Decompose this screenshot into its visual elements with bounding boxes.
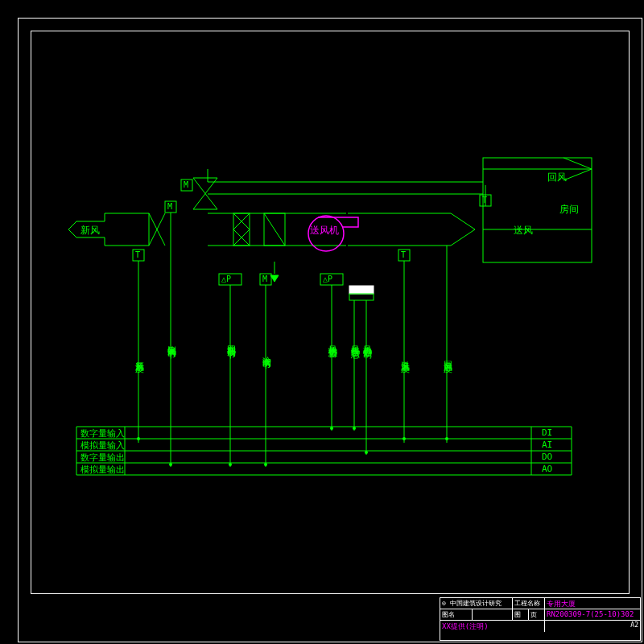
tb-docno: RN200309-7(25-10)302 <box>545 609 640 620</box>
io-r4-left: 模拟量输出 <box>80 464 125 476</box>
tb-r3l: XX提供(注明) <box>440 621 545 632</box>
supply-air-label: 送风 <box>514 224 533 237</box>
dp-text-1: △P <box>221 275 231 283</box>
t-text-3: T <box>482 196 487 204</box>
tb-f3l: 图 <box>513 609 529 620</box>
vl-4: 冷水阀调节 <box>260 349 272 353</box>
svg-point-23 <box>330 427 333 430</box>
title-block: ⊙ 中国建筑设计研究 工程名称 专用大厦 图名 图 页 RN200309-7(2… <box>440 597 641 641</box>
tb-f2l: 图名 <box>440 609 473 620</box>
vl-8: 送风温度 <box>398 354 411 357</box>
svg-point-26 <box>169 463 172 466</box>
svg-point-20 <box>137 437 140 440</box>
svg-point-25 <box>365 451 368 454</box>
vl-1: 新风温度 <box>133 354 145 357</box>
vl-2: 比例风阀调节 <box>165 338 177 343</box>
t-text-2: T <box>401 250 406 259</box>
tb-company: 中国建筑设计研究 <box>450 600 502 607</box>
m-text-2: M <box>184 180 188 189</box>
io-r1-left: 数字量输入 <box>80 427 125 440</box>
starter-icon <box>349 286 374 294</box>
io-r3-left: 数字量输出 <box>80 452 125 464</box>
fan-label: 送风机 <box>310 224 339 237</box>
vl-7: 风机启停控制 <box>361 338 373 343</box>
svg-point-21 <box>402 437 406 440</box>
tb-f1l: 工程名称 <box>513 598 545 609</box>
vl-9: 回风温度 <box>441 354 453 357</box>
tb-f1v: 专用大厦 <box>545 598 640 609</box>
io-table-grid <box>76 427 572 475</box>
io-dots <box>137 427 448 466</box>
damper1-icon <box>149 213 165 246</box>
supply-duct <box>348 213 475 246</box>
io-r4-right: AO <box>542 464 572 474</box>
return-arrow <box>483 158 592 180</box>
io-r2-right: AI <box>542 440 572 450</box>
io-r2-left: 模拟量输入 <box>80 440 125 452</box>
filter-icon <box>233 213 250 246</box>
vl-5: 风机状态报警 <box>326 338 338 343</box>
vl-6: 风机运行状态 <box>349 338 361 343</box>
tb-r3r: A2 <box>545 621 640 632</box>
tb-sheetl: 页 <box>529 609 545 620</box>
schematic-svg <box>0 0 644 644</box>
return-air-label: 回风 <box>547 171 567 184</box>
svg-point-24 <box>353 427 356 430</box>
io-r1-right: DI <box>542 427 572 438</box>
room-label: 房间 <box>559 203 579 217</box>
m-text-3: M <box>262 275 267 283</box>
vl-3: 跑网前期调节 <box>225 338 237 343</box>
io-r3-right: DO <box>542 452 572 462</box>
return-duct-top <box>208 169 483 182</box>
m-text-1: M <box>167 202 172 211</box>
svg-point-27 <box>229 463 232 466</box>
svg-point-22 <box>445 437 448 440</box>
dp-text-2: △P <box>323 275 332 283</box>
fresh-air-label: 新风 <box>80 224 100 237</box>
t-text-1: T <box>135 250 140 259</box>
svg-point-28 <box>264 463 267 466</box>
starter-base <box>349 294 374 300</box>
